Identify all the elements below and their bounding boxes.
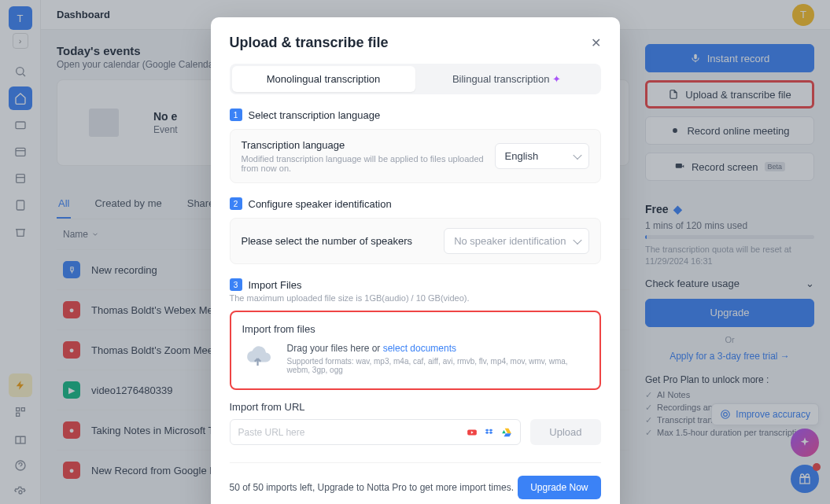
language-sub: Modified transcription language will be … <box>242 154 485 173</box>
drop-text: Drag your files here or select documents <box>287 343 588 354</box>
step-3-sub: The maximum uploaded file size is 1GB(au… <box>230 293 601 303</box>
step-2-label: Configure speaker identification <box>249 198 392 210</box>
cloud-upload-icon <box>242 344 273 373</box>
language-panel: Transcription language Modified transcri… <box>230 129 601 183</box>
upload-url-button[interactable]: Upload <box>530 419 600 445</box>
sparkle-icon: ✦ <box>552 73 561 85</box>
select-documents-link[interactable]: select documents <box>383 343 456 354</box>
import-url-label: Import from URL <box>230 401 601 413</box>
step-2-num: 2 <box>230 197 242 210</box>
tab-monolingual[interactable]: Monolingual transcription <box>232 66 415 92</box>
imports-left-text: 50 of 50 imports left, Upgrade to Notta … <box>230 482 515 493</box>
youtube-icon <box>467 427 478 438</box>
drop-formats: Supported formats: wav, mp3, m4a, caf, a… <box>287 357 588 374</box>
import-files-label: Import from files <box>242 323 588 335</box>
step-3-label: Import Files <box>249 279 302 291</box>
step-3-num: 3 <box>230 278 242 291</box>
modal-overlay: Upload & transcribe file ✕ Monolingual t… <box>0 0 830 504</box>
gdrive-icon <box>501 427 512 438</box>
dialog-title: Upload & transcribe file <box>230 35 389 51</box>
step-1-label: Select transcription language <box>249 109 381 121</box>
language-title: Transcription language <box>242 139 485 151</box>
speakers-panel: Please select the number of speakers No … <box>230 218 601 264</box>
language-select[interactable]: English <box>495 143 589 169</box>
speakers-select[interactable]: No speaker identification <box>444 228 588 254</box>
upgrade-now-button[interactable]: Upgrade Now <box>518 476 600 499</box>
url-input-wrap <box>230 419 522 445</box>
speakers-title: Please select the number of speakers <box>242 235 413 247</box>
close-button[interactable]: ✕ <box>591 35 601 50</box>
step-1-num: 1 <box>230 109 242 121</box>
dropbox-icon <box>484 427 495 438</box>
upload-dialog: Upload & transcribe file ✕ Monolingual t… <box>211 17 620 504</box>
transcription-mode-tabs: Monolingual transcription Bilingual tran… <box>230 64 601 94</box>
url-input[interactable] <box>238 427 467 438</box>
file-dropzone[interactable]: Import from files Drag your files here o… <box>230 311 601 390</box>
tab-bilingual[interactable]: Bilingual transcription ✦ <box>415 66 599 92</box>
